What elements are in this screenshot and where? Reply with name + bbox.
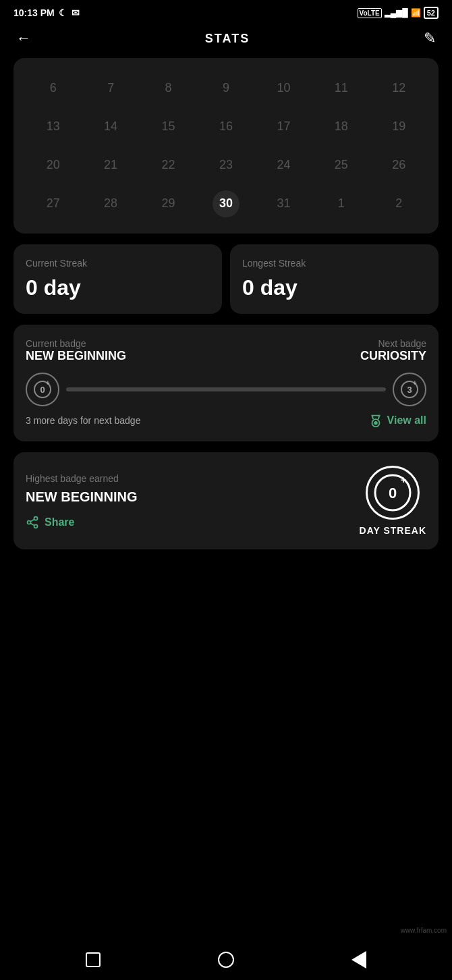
- badge-progress-bar: [66, 387, 386, 391]
- signal-icon: ▂▄▆█: [385, 8, 408, 18]
- calendar-day-29[interactable]: 29: [140, 184, 197, 223]
- current-streak-label: Current Streak: [26, 258, 210, 269]
- current-streak-card: Current Streak 0 day: [13, 244, 222, 314]
- day-streak-label: DAY STREAK: [360, 525, 426, 536]
- back-button[interactable]: ←: [16, 30, 31, 47]
- highest-badge-right: 0 + DAY STREAK: [360, 466, 426, 536]
- home-nav-button[interactable]: [217, 950, 235, 969]
- next-badge-section: Next badge CURIOSITY: [360, 338, 426, 363]
- calendar-day-18[interactable]: 18: [312, 107, 370, 146]
- badge-icons-row: 0 + 3 +: [26, 373, 426, 406]
- calendar-day-30-today[interactable]: 30: [197, 184, 254, 223]
- bottom-nav: [0, 940, 452, 980]
- circle-icon: [218, 952, 234, 968]
- calendar-day-2[interactable]: 2: [370, 184, 428, 223]
- mail-icon: ✉: [72, 7, 80, 18]
- badge-header: Current badge NEW BEGINNING Next badge C…: [26, 338, 426, 363]
- highest-badge-card: Highest badge earned NEW BEGINNING Share…: [13, 452, 439, 549]
- wifi-icon: 📶: [411, 8, 421, 18]
- current-badge-name: NEW BEGINNING: [26, 349, 126, 363]
- edit-button[interactable]: ✎: [424, 30, 436, 47]
- calendar-day-21[interactable]: 21: [82, 146, 139, 184]
- calendar-grid: 6 7 8 9 10 11 12 13 14 15 16 17 18 19 20…: [24, 69, 428, 223]
- svg-point-7: [374, 421, 378, 425]
- calendar-day-14[interactable]: 14: [82, 107, 139, 146]
- highest-badge-label: Highest badge earned: [26, 473, 138, 484]
- calendar-day-12[interactable]: 12: [370, 69, 428, 107]
- longest-streak-value: 0 day: [242, 275, 426, 300]
- share-button[interactable]: Share: [26, 516, 138, 529]
- back-nav-button[interactable]: [349, 950, 368, 969]
- longest-streak-label: Longest Streak: [242, 258, 426, 269]
- status-bar: 10:13 PM ☾ ✉ VoLTE ▂▄▆█ 📶 52: [0, 0, 452, 23]
- calendar-day-10[interactable]: 10: [255, 69, 312, 107]
- crescent-icon: ☾: [59, 7, 67, 18]
- watermark: www.frfam.com: [401, 927, 447, 934]
- top-nav: ← STATS ✎: [0, 23, 452, 58]
- calendar-day-17[interactable]: 17: [255, 107, 312, 146]
- next-badge-name: CURIOSITY: [360, 349, 426, 363]
- svg-point-10: [34, 524, 38, 528]
- status-left: 10:13 PM ☾ ✉: [13, 7, 80, 18]
- badge-days-text: 3 more days for next badge: [26, 415, 140, 426]
- share-label: Share: [45, 516, 74, 528]
- svg-text:+: +: [401, 474, 406, 485]
- longest-streak-card: Longest Streak 0 day: [230, 244, 439, 314]
- svg-text:3: 3: [407, 385, 412, 395]
- svg-point-8: [34, 516, 38, 520]
- calendar-day-25[interactable]: 25: [312, 146, 370, 184]
- svg-text:0: 0: [389, 485, 397, 501]
- page-title: STATS: [205, 32, 250, 46]
- calendar-day-31[interactable]: 31: [255, 184, 312, 223]
- next-badge-icon: 3 +: [393, 373, 426, 406]
- triangle-icon: [351, 951, 366, 969]
- calendar-day-6[interactable]: 6: [24, 69, 82, 107]
- next-badge-label: Next badge: [360, 338, 426, 349]
- calendar-day-24[interactable]: 24: [255, 146, 312, 184]
- calendar-day-1[interactable]: 1: [312, 184, 370, 223]
- share-icon: [26, 516, 39, 529]
- battery: 52: [424, 7, 439, 19]
- calendar-day-7[interactable]: 7: [82, 69, 139, 107]
- streak-row: Current Streak 0 day Longest Streak 0 da…: [13, 244, 439, 314]
- calendar-day-22[interactable]: 22: [140, 146, 197, 184]
- calendar-day-28[interactable]: 28: [82, 184, 139, 223]
- calendar-day-19[interactable]: 19: [370, 107, 428, 146]
- svg-line-12: [30, 519, 34, 521]
- highest-badge-left: Highest badge earned NEW BEGINNING Share: [26, 473, 138, 529]
- streak-zero-icon: 0 +: [32, 379, 53, 400]
- calendar-day-9[interactable]: 9: [197, 69, 254, 107]
- calendar-day-15[interactable]: 15: [140, 107, 197, 146]
- calendar-card: 6 7 8 9 10 11 12 13 14 15 16 17 18 19 20…: [13, 58, 439, 234]
- square-icon: [86, 952, 101, 967]
- big-streak-icon: 0 +: [372, 472, 413, 513]
- calendar-day-26[interactable]: 26: [370, 146, 428, 184]
- svg-point-9: [28, 520, 31, 524]
- current-badge-section: Current badge NEW BEGINNING: [26, 338, 126, 363]
- view-all-button[interactable]: View all: [368, 413, 426, 428]
- big-badge-icon: 0 +: [366, 466, 420, 520]
- svg-text:+: +: [46, 379, 50, 387]
- view-all-label: View all: [387, 414, 426, 427]
- calendar-day-8[interactable]: 8: [140, 69, 197, 107]
- current-badge-label: Current badge: [26, 338, 126, 349]
- calendar-day-23[interactable]: 23: [197, 146, 254, 184]
- volte-icon: VoLTE: [358, 8, 382, 18]
- calendar-day-16[interactable]: 16: [197, 107, 254, 146]
- svg-text:+: +: [413, 379, 417, 387]
- calendar-day-13[interactable]: 13: [24, 107, 82, 146]
- medal-icon: [368, 413, 383, 428]
- highest-badge-name: NEW BEGINNING: [26, 489, 138, 505]
- badge-card: Current badge NEW BEGINNING Next badge C…: [13, 325, 439, 441]
- time: 10:13 PM: [13, 7, 55, 18]
- status-right: VoLTE ▂▄▆█ 📶 52: [358, 7, 439, 19]
- calendar-day-20[interactable]: 20: [24, 146, 82, 184]
- streak-three-icon: 3 +: [399, 379, 420, 400]
- badge-footer: 3 more days for next badge View all: [26, 413, 426, 428]
- svg-text:0: 0: [40, 385, 45, 395]
- svg-line-11: [30, 523, 34, 525]
- calendar-day-27[interactable]: 27: [24, 184, 82, 223]
- calendar-day-11[interactable]: 11: [312, 69, 370, 107]
- current-streak-value: 0 day: [26, 275, 210, 300]
- square-nav-button[interactable]: [84, 950, 103, 969]
